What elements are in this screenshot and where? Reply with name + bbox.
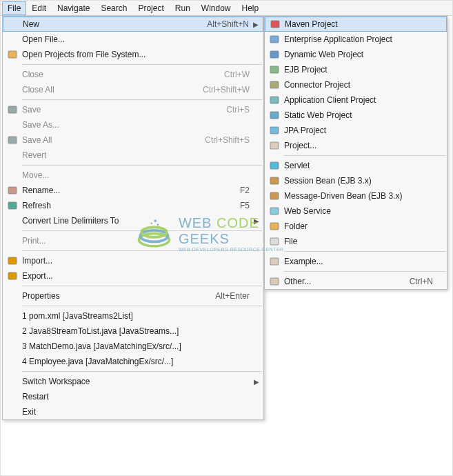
menu-item-label: Connector Project — [284, 80, 447, 90]
file-menu-item-import[interactable]: Import... — [3, 253, 263, 268]
file-menu-item-close-all[interactable]: Close AllCtrl+Shift+W — [3, 82, 263, 97]
ear-icon — [265, 34, 284, 45]
menu-item-label: Close — [22, 70, 224, 79]
menu-item-label: Message-Driven Bean (EJB 3.x) — [284, 191, 447, 201]
menu-item-label: Revert — [22, 150, 263, 160]
file-menu-item-2-java8streamtolist-java-javastreams[interactable]: 2 Java8StreamToList.java [JavaStreams...… — [3, 324, 263, 339]
file-menu-item-export[interactable]: Export... — [3, 268, 263, 284]
menu-item-label: Project... — [284, 141, 447, 150]
bean-icon — [265, 190, 284, 201]
file-menu-item-switch-workspace[interactable]: Switch Workspace▶ — [3, 374, 263, 389]
menu-item-label: Print... — [22, 236, 263, 246]
menu-item-label: Move... — [22, 170, 263, 180]
menubar-item-search[interactable]: Search — [95, 1, 132, 15]
appclient-icon — [265, 95, 284, 106]
svg-rect-12 — [270, 97, 279, 103]
file-menu-item-1-pom-xml-javastreams2list[interactable]: 1 pom.xml [JavaStreams2List] — [3, 308, 263, 324]
new-menu-item-maven-project[interactable]: Maven Project — [265, 17, 447, 32]
file-menu-item-4-employee-java-javamatchingex-src[interactable]: 4 Employee.java [JavaMatchingEx/src/...] — [3, 354, 263, 369]
svg-rect-15 — [270, 142, 279, 149]
new-menu-item-example[interactable]: Example... — [265, 254, 447, 269]
menu-item-label: Maven Project — [285, 19, 446, 29]
new-submenu: Maven ProjectEnterprise Application Proj… — [264, 16, 447, 290]
new-menu-item-folder[interactable]: Folder — [265, 219, 447, 234]
file-menu-item-convert-line-delimiters-to[interactable]: Convert Line Delimiters To▶ — [3, 213, 263, 228]
folder-icon — [265, 221, 284, 232]
menu-item-shortcut: Ctrl+Shift+S — [205, 135, 263, 145]
new-menu-item-web-service[interactable]: Web Service — [265, 204, 447, 219]
file-menu-item-exit[interactable]: Exit — [3, 404, 263, 419]
svg-rect-16 — [270, 162, 279, 169]
menu-item-label: Example... — [284, 257, 447, 266]
new-menu-item-other[interactable]: Other...Ctrl+N — [265, 274, 447, 289]
svg-rect-1 — [8, 106, 17, 113]
file-menu-item-move[interactable]: Move... — [3, 168, 263, 183]
file-menu-item-refresh[interactable]: RefreshF5 — [3, 198, 263, 213]
file-menu-item-new[interactable]: NewAlt+Shift+N▶ — [3, 17, 263, 32]
menu-item-shortcut: Ctrl+W — [224, 70, 263, 79]
menubar-item-project[interactable]: Project — [132, 1, 169, 15]
menubar: FileEditNavigateSearchProjectRunWindowHe… — [1, 1, 452, 16]
new-menu-item-connector-project[interactable]: Connector Project — [265, 77, 447, 92]
submenu-arrow-icon: ▶ — [253, 21, 259, 28]
file-menu-item-print[interactable]: Print... — [3, 233, 263, 248]
menubar-item-file[interactable]: File — [2, 1, 26, 15]
svg-rect-4 — [8, 202, 17, 209]
new-menu-item-session-bean-ejb-3-x[interactable]: Session Bean (EJB 3.x) — [265, 173, 447, 188]
menu-item-shortcut: F5 — [240, 201, 263, 210]
new-menu-item-application-client-project[interactable]: Application Client Project — [265, 92, 447, 108]
file-menu-item-rename[interactable]: Rename...F2 — [3, 183, 263, 198]
menubar-item-help[interactable]: Help — [236, 1, 265, 15]
menubar-item-navigate[interactable]: Navigate — [52, 1, 95, 15]
file-menu-item-3-matchdemo-java-javamatchingex-src[interactable]: 3 MatchDemo.java [JavaMatchingEx/src/...… — [3, 339, 263, 354]
svg-rect-20 — [270, 223, 279, 230]
new-menu-item-ejb-project[interactable]: EJB Project — [265, 62, 447, 77]
menu-item-label: Static Web Project — [284, 110, 447, 120]
bean-icon — [265, 175, 284, 186]
new-menu-item-jpa-project[interactable]: JPA Project — [265, 123, 447, 138]
new-menu-item-project[interactable]: Project... — [265, 138, 447, 153]
new-menu-item-file[interactable]: File — [265, 234, 447, 249]
new-menu-item-enterprise-application-project[interactable]: Enterprise Application Project — [265, 32, 447, 47]
svg-rect-10 — [270, 66, 279, 73]
file-menu-item-revert[interactable]: Revert — [3, 148, 263, 163]
menu-item-label: Enterprise Application Project — [284, 34, 447, 44]
svg-rect-22 — [270, 258, 279, 265]
menu-separator — [284, 251, 445, 252]
file-menu-item-open-file[interactable]: Open File... — [3, 32, 263, 47]
file-menu-item-save-all[interactable]: Save AllCtrl+Shift+S — [3, 132, 263, 148]
menu-item-label: Other... — [284, 277, 410, 286]
menu-item-label: Save — [22, 105, 226, 115]
new-menu-item-dynamic-web-project[interactable]: Dynamic Web Project — [265, 47, 447, 62]
menu-separator — [284, 271, 445, 272]
file-menu-item-save-as[interactable]: Save As... — [3, 117, 263, 132]
menu-item-shortcut: F2 — [240, 186, 263, 195]
new-menu-item-static-web-project[interactable]: Static Web Project — [265, 108, 447, 123]
refresh-icon — [3, 200, 22, 211]
menu-separator — [22, 64, 262, 65]
new-menu-item-message-driven-bean-ejb-3-x[interactable]: Message-Driven Bean (EJB 3.x) — [265, 188, 447, 204]
menu-item-label: Properties — [22, 291, 215, 301]
file-menu-item-close[interactable]: CloseCtrl+W — [3, 67, 263, 82]
file-menu-item-properties[interactable]: PropertiesAlt+Enter — [3, 288, 263, 304]
menubar-item-edit[interactable]: Edit — [26, 1, 52, 15]
menu-item-label: Session Bean (EJB 3.x) — [284, 176, 447, 186]
menu-item-label: Save All — [22, 135, 205, 145]
file-menu-item-save[interactable]: SaveCtrl+S — [3, 102, 263, 117]
connector-icon — [265, 79, 284, 90]
menu-separator — [22, 165, 262, 166]
menubar-item-run[interactable]: Run — [170, 1, 196, 15]
menu-item-label: Export... — [22, 271, 263, 281]
svg-rect-11 — [270, 81, 279, 88]
menu-separator — [22, 306, 262, 306]
maven-icon — [265, 19, 285, 30]
file-menu-item-restart[interactable]: Restart — [3, 389, 263, 404]
menu-item-label: Folder — [284, 221, 447, 231]
menu-item-label: Restart — [22, 392, 263, 401]
new-menu-item-servlet[interactable]: Servlet — [265, 158, 447, 173]
example-icon — [265, 256, 284, 267]
file-menu-item-open-projects-from-file-system[interactable]: Open Projects from File System... — [3, 47, 263, 62]
menu-item-label: 4 Employee.java [JavaMatchingEx/src/...] — [22, 357, 263, 366]
svg-rect-21 — [270, 238, 279, 245]
menubar-item-window[interactable]: Window — [196, 1, 236, 15]
